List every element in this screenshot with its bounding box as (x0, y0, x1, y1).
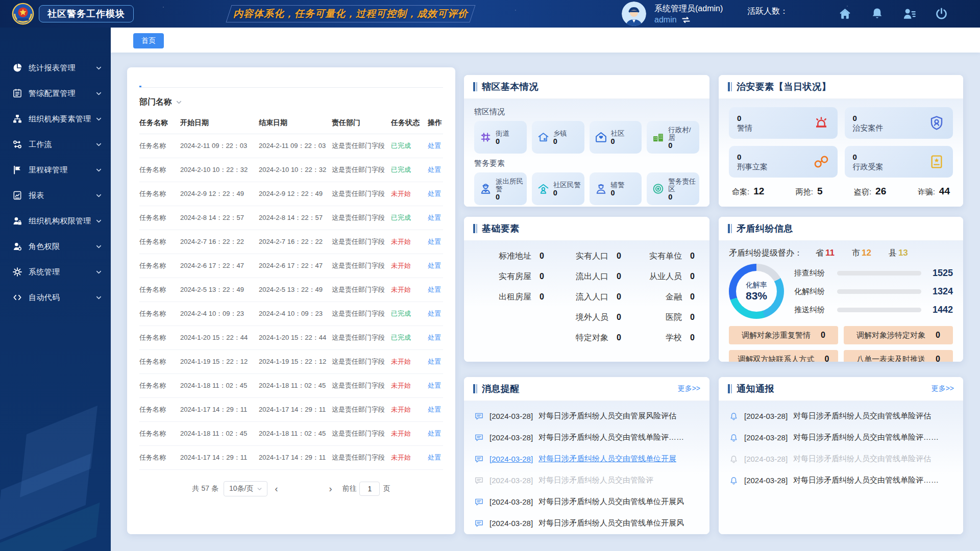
security-tile[interactable]: 0 警情 (729, 107, 838, 139)
chevron-down-icon (95, 217, 103, 225)
handle-link[interactable]: 处置 (428, 261, 443, 270)
messages-panel: 消息提醒 更多>> [2024-03-28] 对每日涉矛盾纠纷人员交由管展风险评… (464, 377, 709, 534)
sidebar-item[interactable]: 工作流 (0, 132, 111, 157)
next-page-button[interactable]: › (327, 484, 334, 493)
task-tab[interactable] (139, 72, 141, 87)
stat-label: 流出人口 (576, 271, 608, 282)
task-department: 这是责任部门字段 (332, 285, 391, 294)
handle-link[interactable]: 处置 (428, 165, 443, 174)
security-tile[interactable]: 0 治安案件 (845, 107, 953, 139)
bell-icon[interactable] (870, 7, 884, 20)
message-item[interactable]: [2024-03-28] 对每日涉矛盾纠纷人员交由管险评 (474, 469, 699, 491)
bar-track (837, 308, 921, 312)
handle-link[interactable]: 处置 (428, 141, 443, 151)
prev-page-button[interactable]: ‹ (273, 484, 280, 493)
notice-item[interactable]: [2024-03-28] 对每日涉矛盾纠纷人员交由管线单险评…… (729, 469, 953, 491)
stat-tile[interactable]: 派出所民警 0 (474, 172, 527, 205)
users-icon[interactable] (902, 7, 916, 20)
handle-link[interactable]: 处置 (428, 237, 443, 246)
task-status-badge: 已完成 (391, 213, 428, 222)
table-row: 任务名称 2024-2-10 10：22：32 2024-2-10 10：22：… (139, 158, 443, 182)
dispute-action-button[interactable]: 调解双方缺联系人方式 0 (729, 350, 838, 362)
notice-item[interactable]: [2024-03-28] 对每日涉矛盾纠纷人员交由管线单险评…… (729, 427, 953, 448)
task-status-badge: 未开始 (391, 357, 428, 366)
task-status-badge: 已完成 (391, 141, 428, 151)
pagination: 共 57 条 10条/页 ‹ › 前往 页 (139, 481, 443, 496)
stat-tile[interactable]: 乡镇 0 (532, 121, 584, 154)
home-icon[interactable] (838, 7, 852, 20)
stat-tile[interactable]: 行政村/居 0 (647, 121, 699, 154)
home-tab-button[interactable]: 首页 (133, 33, 164, 48)
table-row: 任务名称 2024-2-11 09：22：03 2024-2-11 09：22：… (139, 134, 443, 158)
sidebar-item[interactable]: 组织机构要素管理 (0, 106, 111, 132)
task-tab[interactable] (194, 72, 197, 87)
power-icon[interactable] (935, 7, 948, 20)
table-row: 任务名称 2024-2-7 16：22：22 2024-2-7 16：22：22… (139, 230, 443, 254)
handle-link[interactable]: 处置 (428, 213, 443, 222)
sidebar-item[interactable]: 自动代码 (0, 285, 111, 310)
basic-stat: 标准地址 0 (477, 251, 546, 271)
handle-link[interactable]: 处置 (428, 189, 443, 198)
message-item[interactable]: [2024-03-28] 对每日涉矛盾纠纷人员交由管线单险评…… (474, 427, 699, 448)
avatar-icon[interactable] (622, 2, 646, 26)
more-link[interactable]: 更多>> (678, 384, 700, 393)
dispute-action-button[interactable]: 调解对象涉特定对象 0 (844, 326, 953, 344)
message-item[interactable]: [2024-03-28] 对每日涉矛盾纠纷人员交由管线单位开展风 (474, 491, 699, 512)
handle-link[interactable]: 处置 (428, 285, 443, 294)
sidebar-item-label: 警综配置管理 (29, 89, 76, 98)
stat-tile[interactable]: 社区民警 0 (532, 172, 584, 205)
notice-item[interactable]: [2024-03-28] 对每日涉矛盾纠纷人员交由管线单险评估 (729, 405, 953, 427)
stat-tile[interactable]: 社区 0 (590, 121, 642, 154)
comment-icon (474, 475, 484, 485)
sidebar-item[interactable]: 组织机构权限管理 (0, 208, 111, 234)
sidebar-item[interactable]: 统计报表管理 (0, 55, 111, 81)
task-name: 任务名称 (139, 429, 180, 438)
chevron-down-icon (95, 90, 103, 97)
stat-tile[interactable]: 辅警 0 (590, 172, 642, 205)
sidebar-item[interactable]: 角色权限 (0, 234, 111, 259)
security-tile[interactable]: 0 刑事立案 (729, 146, 838, 178)
sidebar-item[interactable]: 系统管理 (0, 259, 111, 285)
stat-label: 市 (852, 248, 860, 259)
sidebar-item[interactable]: 里程碑管理 (0, 157, 111, 183)
crime-stat: 诈骗: 44 (918, 186, 950, 197)
task-tabs (139, 72, 443, 88)
handle-link[interactable]: 处置 (428, 333, 443, 342)
task-end-date: 2024-1-19 15：22：12 (259, 357, 332, 366)
sidebar-item-label: 里程碑管理 (29, 165, 68, 175)
message-item[interactable]: [2024-03-28] 对每日涉矛盾纠纷人员交由管展风险评估 (474, 405, 699, 427)
swap-icon[interactable] (681, 15, 691, 25)
handle-link[interactable]: 处置 (428, 405, 443, 414)
button-label: 调解对象涉重复警情 (742, 331, 811, 340)
stat-tile[interactable]: 警务责任区 0 (647, 172, 699, 205)
handle-link[interactable]: 处置 (428, 309, 443, 318)
bell-small-icon (729, 411, 739, 421)
bar-value: 1324 (926, 286, 953, 297)
goto-page-input[interactable] (359, 482, 380, 496)
notice-item[interactable]: [2024-03-28] 对每日涉矛盾纠纷人员交由管线单险评估 (729, 448, 953, 469)
dispute-action-button[interactable]: 八单一表未及时推送 0 (844, 350, 953, 362)
page-size-select[interactable]: 10条/页 (224, 481, 267, 496)
message-item[interactable]: [2024-03-28] 对每日涉矛盾纠纷人员交由管线单位开展风 (474, 512, 699, 534)
message-text: 对每日涉矛盾纠纷人员交由管线单位开展风 (538, 497, 684, 507)
goto-label: 前往 (342, 484, 356, 493)
handle-link[interactable]: 处置 (428, 357, 443, 366)
sidebar-item[interactable]: 报表 (0, 183, 111, 208)
chevron-down-icon[interactable] (175, 98, 183, 106)
sidebar-item[interactable]: 警综配置管理 (0, 81, 111, 106)
stat-label: 盗窃: (854, 187, 871, 197)
stat-tile[interactable]: 街道 0 (474, 121, 527, 154)
more-link[interactable]: 更多>> (932, 384, 954, 393)
task-tab[interactable] (158, 72, 160, 87)
stat-value: 0 (690, 313, 696, 322)
security-tile[interactable]: 0 行政受案 (845, 146, 953, 178)
handle-link[interactable]: 处置 (428, 381, 443, 390)
department-filter-label[interactable]: 部门名称 (139, 97, 172, 108)
handle-link[interactable]: 处置 (428, 453, 443, 462)
message-item[interactable]: [2024-03-28] 对每日涉矛盾纠纷人员交由管线单位开展 (474, 448, 699, 469)
handle-link[interactable]: 处置 (428, 429, 443, 438)
table-row: 任务名称 2024-1-18 11：02：45 2024-1-18 11：02：… (139, 374, 443, 398)
dispute-action-button[interactable]: 调解对象涉重复警情 0 (729, 326, 838, 344)
notice-date: [2024-03-28] (744, 412, 788, 420)
task-tab[interactable] (176, 72, 178, 87)
